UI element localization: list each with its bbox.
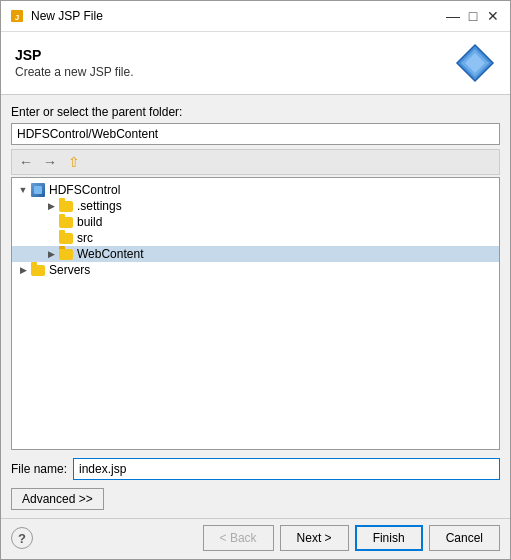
bottom-section: File name: Advanced >> (1, 450, 510, 518)
folder-icon (58, 199, 74, 213)
filename-label: File name: (11, 462, 67, 476)
folder-input[interactable] (11, 123, 500, 145)
window-title: New JSP File (31, 9, 438, 23)
close-button[interactable]: ✕ (484, 7, 502, 25)
nav-up-button[interactable]: ⇧ (63, 152, 85, 172)
header-section: JSP Create a new JSP file. (1, 32, 510, 95)
minimize-button[interactable]: — (444, 7, 462, 25)
tree-item-selected[interactable]: ▶ WebContent (12, 246, 499, 262)
header-title: JSP (15, 47, 134, 63)
maximize-button[interactable]: □ (464, 7, 482, 25)
svg-text:J: J (15, 13, 19, 22)
tree-item[interactable]: ▶ Servers (12, 262, 499, 278)
tree-item-label: build (77, 215, 102, 229)
tree-item[interactable]: ▼ HDFSControl (12, 182, 499, 198)
folder-icon (58, 231, 74, 245)
cancel-button[interactable]: Cancel (429, 525, 500, 551)
advanced-button[interactable]: Advanced >> (11, 488, 104, 510)
tree-item-label: src (77, 231, 93, 245)
navigation-buttons: < Back Next > Finish Cancel (203, 525, 500, 551)
nav-forward-button[interactable]: → (39, 152, 61, 172)
content-area: Enter or select the parent folder: ← → ⇧… (1, 95, 510, 450)
finish-button[interactable]: Finish (355, 525, 423, 551)
nav-back-button[interactable]: ← (15, 152, 37, 172)
tree-item-label: HDFSControl (49, 183, 120, 197)
header-text: JSP Create a new JSP file. (15, 47, 134, 79)
tree-toggle[interactable]: ▶ (16, 265, 30, 275)
folder-label: Enter or select the parent folder: (11, 105, 500, 119)
nav-bar: ← → ⇧ (11, 149, 500, 175)
dialog-window: J New JSP File — □ ✕ JSP Create a new JS… (0, 0, 511, 560)
tree-item-label: Servers (49, 263, 90, 277)
project-icon (30, 183, 46, 197)
tree-toggle[interactable]: ▶ (44, 249, 58, 259)
window-icon: J (9, 8, 25, 24)
title-bar: J New JSP File — □ ✕ (1, 1, 510, 32)
folder-tree[interactable]: ▼ HDFSControl ▶ .settings (11, 177, 500, 450)
header-icon (454, 42, 496, 84)
back-button[interactable]: < Back (203, 525, 274, 551)
tree-toggle[interactable]: ▼ (16, 185, 30, 195)
help-button[interactable]: ? (11, 527, 33, 549)
folder-icon (58, 215, 74, 229)
tree-item-label: WebContent (77, 247, 144, 261)
folder-icon (30, 263, 46, 277)
header-subtitle: Create a new JSP file. (15, 65, 134, 79)
folder-open-icon (58, 247, 74, 261)
svg-rect-5 (34, 186, 42, 194)
tree-item-label: .settings (77, 199, 122, 213)
tree-toggle[interactable]: ▶ (44, 201, 58, 211)
next-button[interactable]: Next > (280, 525, 349, 551)
filename-row: File name: (11, 458, 500, 480)
window-controls: — □ ✕ (444, 7, 502, 25)
tree-item[interactable]: build (12, 214, 499, 230)
filename-input[interactable] (73, 458, 500, 480)
tree-item[interactable]: ▶ .settings (12, 198, 499, 214)
button-row: ? < Back Next > Finish Cancel (1, 518, 510, 559)
tree-item[interactable]: src (12, 230, 499, 246)
